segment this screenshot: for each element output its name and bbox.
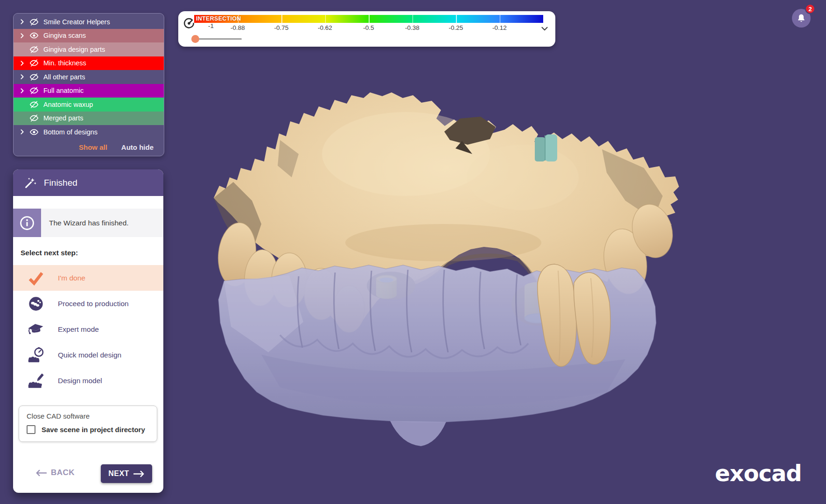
chevron-right-icon[interactable]: [19, 60, 29, 66]
arrow-left-icon: [35, 469, 47, 476]
eye-off-icon[interactable]: [29, 17, 43, 27]
next-label: NEXT: [108, 469, 129, 478]
wizard-info-row: The Wizard has finished.: [13, 209, 163, 237]
wizard-footer: BACK NEXT: [13, 464, 163, 485]
layer-label: Anatomic waxup: [43, 101, 93, 108]
next-step-option[interactable]: Quick model design: [13, 342, 163, 368]
layer-row[interactable]: Min. thickness: [14, 56, 164, 70]
colorbar-separator: [456, 15, 457, 23]
colorbar-tick: -0.5: [363, 24, 374, 31]
design-model-icon: [27, 372, 45, 390]
layer-label: Full anatomic: [43, 87, 84, 94]
layer-label: Bottom of designs: [43, 128, 98, 136]
layers-panel: Smile Creator HelpersGingiva scansGingiv…: [13, 13, 164, 156]
colorbar-separator: [413, 15, 413, 23]
production-icon: [27, 295, 45, 313]
colorbar-separator: [369, 15, 370, 23]
intersection-colorbar-panel: INTERSECTION -1-0.88-0.75-0.62-0.5-0.38-…: [178, 11, 555, 47]
eye-off-icon[interactable]: [29, 45, 43, 54]
select-next-step-label: Select next step:: [21, 249, 78, 257]
model-scanbody-top: [535, 134, 557, 161]
layer-row[interactable]: Bottom of designs: [14, 125, 164, 139]
layer-row[interactable]: Anatomic waxup: [14, 98, 164, 112]
wizard-title: Finished: [44, 178, 77, 188]
wizard-panel: Finished The Wizard has finished. Select…: [13, 169, 163, 493]
eye-off-icon[interactable]: [29, 58, 43, 68]
layer-label: All other parts: [43, 73, 85, 81]
gauge-icon[interactable]: [183, 17, 195, 29]
step-label: Proceed to production: [58, 300, 129, 308]
colorbar-tick: -0.12: [492, 24, 507, 31]
save-scene-label: Save scene in project directory: [42, 426, 145, 434]
eye-off-icon[interactable]: [29, 86, 43, 95]
next-step-options: I'm doneProceed to productionExpert mode…: [13, 265, 163, 393]
chevron-down-icon[interactable]: [539, 23, 550, 34]
chevron-right-icon[interactable]: [19, 88, 29, 94]
layer-row[interactable]: Gingiva scans: [14, 29, 164, 43]
colorbar-tick: -1: [208, 22, 214, 29]
colorbar-separator: [500, 15, 501, 23]
eye-off-icon[interactable]: [29, 100, 43, 109]
layer-row[interactable]: Smile Creator Helpers: [14, 15, 164, 29]
info-iconbox: [13, 209, 41, 237]
auto-hide-button[interactable]: Auto hide: [121, 143, 154, 151]
next-step-option[interactable]: Design model: [13, 368, 163, 393]
save-scene-row[interactable]: Save scene in project directory: [27, 425, 149, 434]
eye-icon[interactable]: [29, 127, 43, 137]
expert-icon: [27, 321, 45, 338]
info-icon: [19, 215, 35, 231]
eye-icon[interactable]: [29, 31, 43, 40]
layer-row[interactable]: Gingiva design parts: [14, 42, 164, 56]
step-label: Expert mode: [58, 325, 99, 334]
arrow-right-icon: [133, 470, 145, 477]
back-label: BACK: [51, 468, 75, 477]
layers-footer: Show all Auto hide: [14, 139, 164, 156]
show-all-button[interactable]: Show all: [79, 143, 107, 151]
step-label: Quick model design: [58, 351, 121, 359]
colorbar-tick: -0.62: [318, 24, 332, 31]
layer-label: Smile Creator Helpers: [43, 18, 110, 26]
colorbar-tick: -0.38: [405, 24, 420, 31]
wizard-header: Finished: [13, 169, 163, 196]
slider-handle[interactable]: [191, 35, 199, 43]
step-label: Design model: [58, 377, 102, 385]
colorbar-gradient: INTERSECTION: [194, 15, 543, 23]
colorbar-tick: -0.25: [449, 24, 463, 31]
colorbar-separator: [238, 15, 239, 23]
save-scene-checkbox[interactable]: [27, 425, 35, 434]
next-step-option[interactable]: I'm done: [13, 265, 163, 291]
back-button[interactable]: BACK: [35, 468, 75, 477]
magic-wand-icon: [23, 176, 37, 190]
colorbar-tick: -0.75: [274, 24, 289, 31]
next-button[interactable]: NEXT: [101, 464, 152, 483]
step-label: I'm done: [58, 274, 85, 282]
colorbar-tick: -0.88: [231, 24, 245, 31]
close-cad-label: Close CAD software: [27, 412, 149, 420]
chevron-right-icon[interactable]: [19, 129, 29, 135]
layer-label: Min. thickness: [43, 59, 86, 67]
app-window: Smile Creator HelpersGingiva scansGingiv…: [0, 0, 826, 504]
chevron-right-icon[interactable]: [19, 19, 29, 25]
chevron-right-icon[interactable]: [19, 33, 29, 39]
layer-row[interactable]: Merged parts: [14, 112, 164, 126]
wizard-message: The Wizard has finished.: [41, 209, 129, 237]
intersection-slider[interactable]: [195, 38, 242, 40]
next-step-option[interactable]: Expert mode: [13, 316, 163, 342]
colorbar-ticks: -1-0.88-0.75-0.62-0.5-0.38-0.25-0.12: [194, 24, 543, 33]
layer-label: Merged parts: [43, 114, 83, 122]
layer-row[interactable]: All other parts: [14, 70, 164, 84]
bell-icon: [796, 13, 806, 23]
quick-model-icon: [27, 346, 45, 364]
eye-off-icon[interactable]: [29, 113, 43, 123]
layer-label: Gingiva design parts: [43, 46, 105, 53]
check-icon: [27, 269, 45, 287]
exocad-logo: exocad: [715, 460, 802, 486]
colorbar-separator: [325, 15, 326, 23]
colorbar-separator: [281, 15, 282, 23]
eye-off-icon[interactable]: [29, 72, 43, 82]
next-step-option[interactable]: Proceed to production: [13, 291, 163, 316]
close-cad-box: Close CAD software Save scene in project…: [19, 406, 157, 442]
notification-count-badge: 2: [805, 4, 815, 14]
layer-row[interactable]: Full anatomic: [14, 84, 164, 98]
chevron-right-icon[interactable]: [19, 74, 29, 80]
